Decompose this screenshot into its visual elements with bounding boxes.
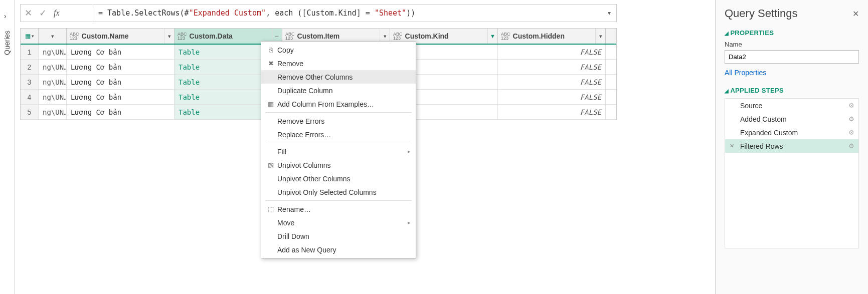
gear-icon[interactable]: ⚙: [848, 115, 854, 123]
menu-item-replace-errors-[interactable]: Replace Errors…: [261, 128, 416, 141]
menu-label: Remove: [277, 60, 411, 68]
submenu-arrow-icon: ▸: [408, 148, 411, 155]
type-icon[interactable]: ABC123: [285, 32, 295, 40]
cell-source: ng\UN…: [39, 105, 67, 119]
filter-icon[interactable]: ▼: [487, 29, 497, 44]
menu-label: Drill Down: [277, 232, 411, 240]
menu-label: Remove Errors: [277, 117, 411, 125]
type-icon[interactable]: ABC123: [70, 32, 79, 40]
gear-icon[interactable]: ⚙: [848, 129, 854, 136]
menu-item-add-column-from-examples-[interactable]: ▦Add Column From Examples…: [261, 97, 416, 111]
table-icon: ▦: [25, 33, 31, 40]
menu-label: Fill: [277, 148, 408, 156]
gear-icon[interactable]: ⚙: [848, 142, 854, 150]
row-number: 3: [21, 75, 39, 89]
source-column-header[interactable]: ▾: [39, 29, 67, 44]
row-number: 2: [21, 60, 39, 74]
menu-item-drill-down[interactable]: Drill Down: [261, 229, 416, 243]
cell-hidden: FALSE: [498, 60, 606, 74]
menu-label: Rename…: [277, 205, 411, 213]
menu-icon: ⬚: [264, 205, 277, 213]
submenu-arrow-icon: ▸: [408, 219, 411, 226]
menu-icon: ✖: [264, 60, 277, 67]
menu-item-unpivot-other-columns[interactable]: Unpivot Other Columns: [261, 172, 416, 185]
close-panel-icon[interactable]: ✕: [852, 9, 859, 19]
menu-label: Add Column From Examples…: [277, 100, 411, 108]
menu-item-duplicate-column[interactable]: Duplicate Column: [261, 84, 416, 97]
menu-item-remove-errors[interactable]: Remove Errors: [261, 114, 416, 128]
menu-separator: [265, 143, 412, 143]
menu-item-rename-[interactable]: ⬚Rename…: [261, 202, 416, 216]
cell-name: Lương Cơ bản: [67, 60, 175, 74]
applied-steps-header[interactable]: APPLIED STEPS: [725, 87, 859, 94]
menu-item-add-as-new-query[interactable]: Add as New Query: [261, 243, 416, 256]
menu-item-fill[interactable]: Fill▸: [261, 145, 416, 158]
formula-input[interactable]: = Table.SelectRows(#"Expanded Custom", e…: [93, 9, 602, 18]
cell-source: ng\UN…: [39, 75, 67, 89]
row-number: 4: [21, 90, 39, 104]
step-label: Expanded Custom: [740, 129, 798, 137]
menu-item-remove[interactable]: ✖Remove: [261, 57, 416, 70]
menu-label: Move: [277, 219, 408, 227]
menu-item-unpivot-columns[interactable]: ▧Unpivot Columns: [261, 158, 416, 172]
menu-item-unpivot-only-selected-columns[interactable]: Unpivot Only Selected Columns: [261, 185, 416, 199]
menu-label: Remove Other Columns: [277, 73, 411, 81]
type-icon[interactable]: ABC123: [178, 32, 187, 40]
name-label: Name: [725, 41, 859, 48]
type-icon[interactable]: ABC123: [393, 32, 403, 40]
panel-title: Query Settings ✕: [725, 7, 859, 20]
menu-icon: ▧: [264, 161, 277, 169]
applied-step[interactable]: Expanded Custom⚙: [725, 126, 858, 139]
cell-name: Lương Cơ bản: [67, 45, 175, 59]
applied-step[interactable]: Source⚙: [725, 99, 858, 112]
formula-bar: ✕ ✓ fx = Table.SelectRows(#"Expanded Cus…: [20, 4, 617, 22]
column-name: Custom.Name: [82, 32, 164, 40]
column-name: Custom.Item: [297, 32, 380, 40]
menu-item-remove-other-columns[interactable]: Remove Other Columns: [261, 70, 416, 84]
accept-formula-icon[interactable]: ✓: [39, 8, 47, 19]
menu-item-copy[interactable]: ⎘Copy: [261, 43, 416, 57]
filter-icon[interactable]: ▾: [164, 29, 174, 44]
cancel-formula-icon[interactable]: ✕: [25, 8, 32, 19]
column-header-hidden[interactable]: ABC123Custom.Hidden▾: [498, 29, 606, 44]
filter-icon[interactable]: ▾: [39, 29, 66, 44]
cell-hidden: FALSE: [498, 75, 606, 89]
cell-source: ng\UN…: [39, 45, 67, 59]
applied-step[interactable]: ✕Filtered Rows⚙: [725, 139, 858, 153]
queries-label: Queries: [3, 31, 11, 55]
query-name-input[interactable]: [725, 50, 859, 64]
column-context-menu: ⎘Copy✖RemoveRemove Other ColumnsDuplicat…: [261, 41, 416, 258]
fx-icon[interactable]: fx: [54, 9, 60, 18]
column-name: Custom.Data: [190, 32, 272, 40]
cell-hidden: FALSE: [498, 45, 606, 59]
column-header-name[interactable]: ABC123Custom.Name▾: [67, 29, 175, 44]
step-label: Added Custom: [740, 115, 787, 123]
query-settings-panel: Query Settings ✕ PROPERTIES Name All Pro…: [715, 0, 868, 294]
menu-item-move[interactable]: Move▸: [261, 216, 416, 229]
table-icon-header[interactable]: ▦ ▾: [21, 29, 39, 44]
formula-buttons: ✕ ✓ fx: [21, 5, 93, 22]
type-icon[interactable]: ABC123: [501, 32, 510, 40]
row-number: 5: [21, 105, 39, 119]
formula-dropdown-icon[interactable]: ▾: [602, 10, 616, 17]
expand-queries-icon[interactable]: ›: [4, 12, 7, 20]
menu-icon: ▦: [264, 100, 277, 108]
cell-hidden: FALSE: [498, 90, 606, 104]
all-properties-link[interactable]: All Properties: [725, 69, 859, 77]
cell-name: Lương Cơ bản: [67, 75, 175, 89]
cell-source: ng\UN…: [39, 60, 67, 74]
gear-icon[interactable]: ⚙: [848, 102, 854, 109]
delete-step-icon[interactable]: ✕: [730, 143, 734, 149]
column-name: Custom.Hidden: [513, 32, 595, 40]
filter-icon[interactable]: ▾: [595, 29, 605, 44]
menu-label: Duplicate Column: [277, 87, 411, 95]
cell-source: ng\UN…: [39, 90, 67, 104]
properties-header[interactable]: PROPERTIES: [725, 29, 859, 37]
menu-label: Unpivot Other Columns: [277, 175, 411, 183]
cell-hidden: FALSE: [498, 105, 606, 119]
applied-steps-list: Source⚙Added Custom⚙Expanded Custom⚙✕Fil…: [725, 98, 859, 248]
menu-label: Replace Errors…: [277, 131, 411, 139]
menu-label: Unpivot Columns: [277, 161, 411, 169]
applied-step[interactable]: Added Custom⚙: [725, 112, 858, 126]
menu-separator: [265, 112, 412, 113]
